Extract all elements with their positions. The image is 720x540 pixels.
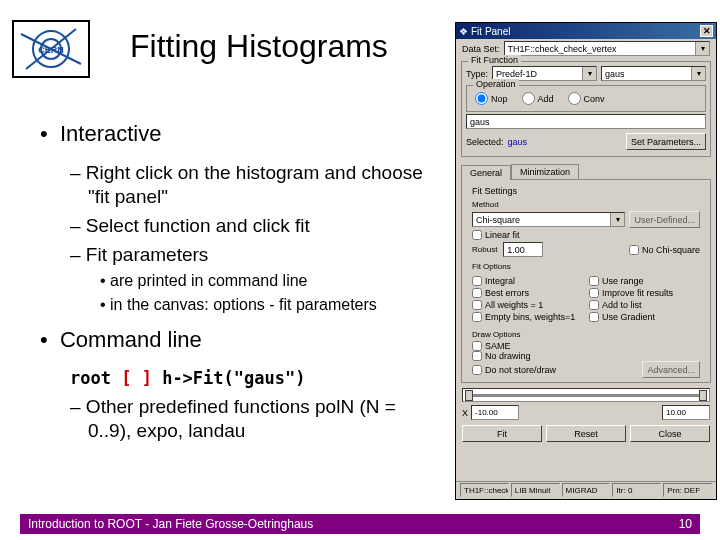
reset-button[interactable]: Reset [546, 425, 626, 442]
checkbox-label: Use range [602, 276, 644, 286]
close-button[interactable]: Close [630, 425, 710, 442]
section-title: Fit Settings [466, 184, 706, 198]
fit-settings-group: Fit Settings Method Chi-square User-Defi… [461, 180, 711, 383]
bullet-text: in the canvas: options - fit parameters [110, 296, 377, 313]
radio-label: Add [538, 94, 554, 104]
checkbox-label: Add to list [602, 300, 642, 310]
checkbox-input[interactable] [472, 300, 482, 310]
opt-addlist[interactable]: Add to list [589, 300, 700, 310]
opt-empty[interactable]: Empty bins, weights=1 [472, 312, 583, 322]
titlebar[interactable]: ❖ Fit Panel ✕ [456, 23, 716, 39]
robust-input[interactable]: 1.00 [503, 242, 543, 257]
slide: CERN Fitting Histograms • Interactive – … [0, 0, 720, 540]
checkbox-label: All weights = 1 [485, 300, 543, 310]
slider-thumb-max[interactable] [699, 390, 707, 401]
bullet-i1: – Right click on the histogram and choos… [70, 161, 440, 210]
checkbox-input[interactable] [589, 300, 599, 310]
user-defined-button[interactable]: User-Defined... [629, 211, 700, 228]
nochi-checkbox[interactable]: No Chi-square [629, 245, 700, 255]
button-label: Close [658, 429, 681, 439]
bullet-i3a: • are printed in command line [100, 271, 440, 292]
tab-general[interactable]: General [461, 165, 511, 180]
checkbox-input[interactable] [589, 288, 599, 298]
opt-integral[interactable]: Integral [472, 276, 583, 286]
function-dropdown[interactable]: gaus [601, 66, 706, 81]
checkbox-input[interactable] [589, 276, 599, 286]
method-dropdown[interactable]: Chi-square [472, 212, 625, 227]
formula-input[interactable]: gaus [466, 114, 706, 129]
checkbox-input[interactable] [589, 312, 599, 322]
advanced-button[interactable]: Advanced... [642, 361, 700, 378]
code-rest: h->Fit("gaus") [152, 368, 306, 388]
radio-input[interactable] [475, 92, 488, 105]
radio-conv[interactable]: Conv [568, 92, 605, 105]
button-label: Set Parameters... [631, 137, 701, 147]
action-buttons: Fit Reset Close [456, 421, 716, 446]
draw-nostore[interactable]: Do not store/draw [472, 365, 556, 375]
slide-title: Fitting Histograms [130, 28, 388, 65]
x-range-slider[interactable] [462, 388, 710, 402]
function-value: gaus [605, 69, 625, 79]
tab-minimization[interactable]: Minimization [511, 164, 579, 179]
tab-label: Minimization [520, 167, 570, 177]
fit-button[interactable]: Fit [462, 425, 542, 442]
checkbox-input[interactable] [472, 365, 482, 375]
x-max-input[interactable]: 10.00 [662, 405, 710, 420]
checkbox-input[interactable] [472, 230, 482, 240]
checkbox-input[interactable] [629, 245, 639, 255]
radio-nop[interactable]: Nop [475, 92, 508, 105]
draw-nodraw[interactable]: No drawing [472, 351, 531, 361]
bullet-interactive: • Interactive [40, 120, 440, 149]
status-cell: TH1F::check [460, 483, 509, 497]
formula-value: gaus [470, 117, 490, 127]
checkbox-input[interactable] [472, 276, 482, 286]
opt-allw[interactable]: All weights = 1 [472, 300, 583, 310]
x-min-value: -10.00 [475, 408, 498, 417]
checkbox-input[interactable] [472, 312, 482, 322]
type-value: Predef-1D [496, 69, 537, 79]
checkbox-input[interactable] [472, 351, 482, 361]
status-text: TH1F::check [464, 486, 509, 495]
bullet-c1: – Other predefined functions polN (N = 0… [70, 395, 440, 444]
tabs: General Minimization [461, 164, 711, 180]
linear-checkbox[interactable]: Linear fit [472, 230, 520, 240]
checkbox-label: Best errors [485, 288, 529, 298]
bullet-text: Other predefined functions polN (N = 0..… [86, 396, 396, 442]
cern-logo: CERN [12, 20, 90, 78]
method-value: Chi-square [476, 215, 520, 225]
footer-text: Introduction to ROOT - Jan Fiete Grosse-… [28, 517, 313, 531]
slider-thumb-min[interactable] [465, 390, 473, 401]
status-text: MIGRAD [566, 486, 598, 495]
button-label: Reset [574, 429, 598, 439]
dataset-dropdown[interactable]: TH1F::check_check_vertex [504, 41, 710, 56]
checkbox-input[interactable] [472, 341, 482, 351]
radio-input[interactable] [568, 92, 581, 105]
robust-label: Robust [472, 245, 497, 254]
section-title: Draw Options [466, 328, 706, 341]
draw-same[interactable]: SAME [472, 341, 700, 351]
close-icon[interactable]: ✕ [700, 25, 713, 37]
radio-input[interactable] [522, 92, 535, 105]
status-cell: Prn: DEF [663, 483, 712, 497]
slide-content: • Interactive – Right click on the histo… [40, 120, 440, 448]
radio-label: Nop [491, 94, 508, 104]
section-title: Fit Options [466, 260, 706, 273]
opt-gradient[interactable]: Use Gradient [589, 312, 700, 322]
opt-userange[interactable]: Use range [589, 276, 700, 286]
bullet-i2: – Select function and click fit [70, 214, 440, 239]
fit-panel-window: ❖ Fit Panel ✕ Data Set: TH1F::check_chec… [455, 22, 717, 500]
selected-link[interactable]: gaus [508, 137, 528, 147]
opt-improve[interactable]: Improve fit results [589, 288, 700, 298]
group-title: Fit Function [468, 55, 521, 65]
status-text: LIB Minuit [515, 486, 551, 495]
x-label: X [462, 408, 468, 418]
radio-add[interactable]: Add [522, 92, 554, 105]
status-cell: Itr: 0 [612, 483, 661, 497]
checkbox-input[interactable] [472, 288, 482, 298]
x-min-input[interactable]: -10.00 [471, 405, 519, 420]
set-parameters-button[interactable]: Set Parameters... [626, 133, 706, 150]
bullet-text: are printed in command line [110, 272, 307, 289]
checkbox-label: No drawing [485, 351, 531, 361]
group-title: Operation [473, 79, 519, 89]
opt-best[interactable]: Best errors [472, 288, 583, 298]
